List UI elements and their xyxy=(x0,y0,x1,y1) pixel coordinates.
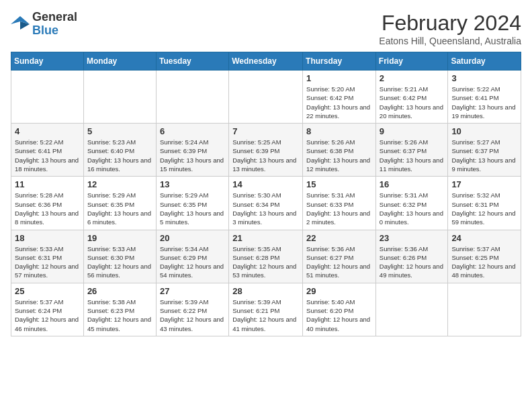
table-row: 13Sunrise: 5:29 AMSunset: 6:35 PMDayligh… xyxy=(156,177,228,230)
day-number: 14 xyxy=(232,179,299,189)
day-info: Sunrise: 5:31 AMSunset: 6:33 PMDaylight:… xyxy=(306,191,372,226)
month-title: February 2024 xyxy=(379,11,521,36)
day-info: Sunrise: 5:32 AMSunset: 6:31 PMDaylight:… xyxy=(451,191,517,226)
day-number: 3 xyxy=(451,73,517,83)
logo: General Blue xyxy=(11,11,77,38)
day-info: Sunrise: 5:39 AMSunset: 6:21 PMDaylight:… xyxy=(232,298,299,333)
table-row xyxy=(448,283,521,336)
day-info: Sunrise: 5:38 AMSunset: 6:23 PMDaylight:… xyxy=(87,298,152,333)
week-row-3: 18Sunrise: 5:33 AMSunset: 6:31 PMDayligh… xyxy=(11,230,521,283)
day-number: 27 xyxy=(160,286,225,296)
table-row: 18Sunrise: 5:33 AMSunset: 6:31 PMDayligh… xyxy=(11,230,84,283)
table-row xyxy=(156,71,228,124)
week-row-1: 4Sunrise: 5:22 AMSunset: 6:41 PMDaylight… xyxy=(11,124,521,177)
table-row: 26Sunrise: 5:38 AMSunset: 6:23 PMDayligh… xyxy=(83,283,156,336)
table-row: 22Sunrise: 5:36 AMSunset: 6:27 PMDayligh… xyxy=(303,230,376,283)
table-row: 20Sunrise: 5:34 AMSunset: 6:29 PMDayligh… xyxy=(156,230,228,283)
col-sunday: Sunday xyxy=(11,52,84,71)
day-number: 7 xyxy=(232,126,299,136)
day-number: 18 xyxy=(15,233,80,243)
table-row: 8Sunrise: 5:26 AMSunset: 6:38 PMDaylight… xyxy=(303,124,376,177)
calendar-header-row: Sunday Monday Tuesday Wednesday Thursday… xyxy=(11,52,521,71)
day-number: 15 xyxy=(306,179,372,189)
table-row: 3Sunrise: 5:22 AMSunset: 6:41 PMDaylight… xyxy=(448,71,521,124)
logo-bird-icon xyxy=(11,15,30,34)
day-number: 9 xyxy=(380,126,445,136)
day-number: 25 xyxy=(15,286,80,296)
table-row: 2Sunrise: 5:21 AMSunset: 6:42 PMDaylight… xyxy=(375,71,448,124)
day-info: Sunrise: 5:25 AMSunset: 6:39 PMDaylight:… xyxy=(232,138,299,173)
day-number: 10 xyxy=(451,126,517,136)
day-number: 28 xyxy=(232,286,299,296)
day-number: 19 xyxy=(87,233,152,243)
week-row-0: 1Sunrise: 5:20 AMSunset: 6:42 PMDaylight… xyxy=(11,71,521,124)
table-row: 4Sunrise: 5:22 AMSunset: 6:41 PMDaylight… xyxy=(11,124,84,177)
table-row xyxy=(375,283,448,336)
week-row-2: 11Sunrise: 5:28 AMSunset: 6:36 PMDayligh… xyxy=(11,177,521,230)
day-number: 4 xyxy=(15,126,80,136)
week-row-4: 25Sunrise: 5:37 AMSunset: 6:24 PMDayligh… xyxy=(11,283,521,336)
table-row xyxy=(229,71,303,124)
day-info: Sunrise: 5:37 AMSunset: 6:25 PMDaylight:… xyxy=(451,244,517,280)
day-number: 6 xyxy=(160,126,225,136)
day-info: Sunrise: 5:40 AMSunset: 6:20 PMDaylight:… xyxy=(306,298,372,333)
day-info: Sunrise: 5:22 AMSunset: 6:41 PMDaylight:… xyxy=(451,85,517,120)
day-number: 23 xyxy=(380,233,445,243)
table-row: 25Sunrise: 5:37 AMSunset: 6:24 PMDayligh… xyxy=(11,283,84,336)
table-row: 29Sunrise: 5:40 AMSunset: 6:20 PMDayligh… xyxy=(303,283,376,336)
location-text: Eatons Hill, Queensland, Australia xyxy=(379,36,521,46)
day-info: Sunrise: 5:27 AMSunset: 6:37 PMDaylight:… xyxy=(451,138,517,173)
table-row: 15Sunrise: 5:31 AMSunset: 6:33 PMDayligh… xyxy=(303,177,376,230)
day-info: Sunrise: 5:20 AMSunset: 6:42 PMDaylight:… xyxy=(306,85,372,120)
day-number: 22 xyxy=(306,233,372,243)
table-row: 6Sunrise: 5:24 AMSunset: 6:39 PMDaylight… xyxy=(156,124,228,177)
day-info: Sunrise: 5:29 AMSunset: 6:35 PMDaylight:… xyxy=(160,191,225,226)
table-row: 10Sunrise: 5:27 AMSunset: 6:37 PMDayligh… xyxy=(448,124,521,177)
title-block: February 2024 Eatons Hill, Queensland, A… xyxy=(379,11,521,46)
day-number: 17 xyxy=(451,179,517,189)
table-row: 23Sunrise: 5:36 AMSunset: 6:26 PMDayligh… xyxy=(375,230,448,283)
table-row xyxy=(83,71,156,124)
table-row: 12Sunrise: 5:29 AMSunset: 6:35 PMDayligh… xyxy=(83,177,156,230)
table-row: 11Sunrise: 5:28 AMSunset: 6:36 PMDayligh… xyxy=(11,177,84,230)
table-row: 21Sunrise: 5:35 AMSunset: 6:28 PMDayligh… xyxy=(229,230,303,283)
day-number: 21 xyxy=(232,233,299,243)
day-info: Sunrise: 5:21 AMSunset: 6:42 PMDaylight:… xyxy=(380,85,445,120)
day-info: Sunrise: 5:26 AMSunset: 6:37 PMDaylight:… xyxy=(380,138,445,173)
day-info: Sunrise: 5:33 AMSunset: 6:30 PMDaylight:… xyxy=(87,244,152,280)
col-saturday: Saturday xyxy=(448,52,521,71)
day-number: 16 xyxy=(380,179,445,189)
day-number: 2 xyxy=(380,73,445,83)
day-info: Sunrise: 5:36 AMSunset: 6:27 PMDaylight:… xyxy=(306,244,372,280)
day-info: Sunrise: 5:33 AMSunset: 6:31 PMDaylight:… xyxy=(15,244,80,280)
day-info: Sunrise: 5:28 AMSunset: 6:36 PMDaylight:… xyxy=(15,191,80,226)
page-header: General Blue February 2024 Eatons Hill, … xyxy=(11,11,521,46)
table-row xyxy=(11,71,84,124)
col-friday: Friday xyxy=(375,52,448,71)
day-number: 12 xyxy=(87,179,152,189)
col-monday: Monday xyxy=(83,52,156,71)
table-row: 19Sunrise: 5:33 AMSunset: 6:30 PMDayligh… xyxy=(83,230,156,283)
calendar-table: Sunday Monday Tuesday Wednesday Thursday… xyxy=(11,52,521,336)
day-number: 29 xyxy=(306,286,372,296)
table-row: 16Sunrise: 5:31 AMSunset: 6:32 PMDayligh… xyxy=(375,177,448,230)
table-row: 24Sunrise: 5:37 AMSunset: 6:25 PMDayligh… xyxy=(448,230,521,283)
table-row: 14Sunrise: 5:30 AMSunset: 6:34 PMDayligh… xyxy=(229,177,303,230)
day-info: Sunrise: 5:29 AMSunset: 6:35 PMDaylight:… xyxy=(87,191,152,226)
day-info: Sunrise: 5:39 AMSunset: 6:22 PMDaylight:… xyxy=(160,298,225,333)
day-number: 13 xyxy=(160,179,225,189)
col-wednesday: Wednesday xyxy=(229,52,303,71)
table-row: 28Sunrise: 5:39 AMSunset: 6:21 PMDayligh… xyxy=(229,283,303,336)
day-number: 26 xyxy=(87,286,152,296)
col-thursday: Thursday xyxy=(303,52,376,71)
logo-general-text: General xyxy=(32,10,77,24)
table-row: 9Sunrise: 5:26 AMSunset: 6:37 PMDaylight… xyxy=(375,124,448,177)
table-row: 17Sunrise: 5:32 AMSunset: 6:31 PMDayligh… xyxy=(448,177,521,230)
day-number: 1 xyxy=(306,73,372,83)
day-info: Sunrise: 5:36 AMSunset: 6:26 PMDaylight:… xyxy=(380,244,445,280)
day-info: Sunrise: 5:35 AMSunset: 6:28 PMDaylight:… xyxy=(232,244,299,280)
day-info: Sunrise: 5:26 AMSunset: 6:38 PMDaylight:… xyxy=(306,138,372,173)
day-info: Sunrise: 5:34 AMSunset: 6:29 PMDaylight:… xyxy=(160,244,225,280)
table-row: 5Sunrise: 5:23 AMSunset: 6:40 PMDaylight… xyxy=(83,124,156,177)
day-number: 8 xyxy=(306,126,372,136)
